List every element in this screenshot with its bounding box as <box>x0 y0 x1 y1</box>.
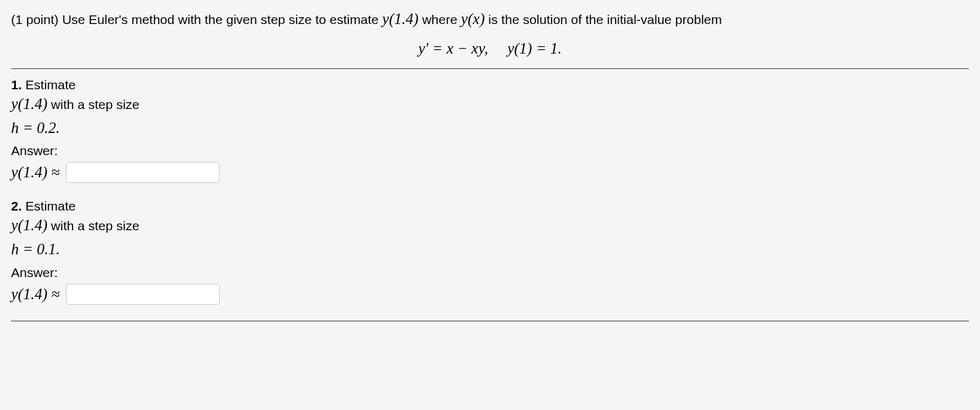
part-2-target: y(1.4) <box>11 217 47 233</box>
initial-condition: y(1) = 1. <box>507 40 561 57</box>
part-2-answer-row: y(1.4) ≈ <box>11 284 969 305</box>
part-1-answer-label: Answer: <box>11 143 969 158</box>
part-2-answer-label: Answer: <box>11 265 969 280</box>
part-2: 2. Estimate y(1.4) with a step size h = … <box>11 199 969 305</box>
part-2-stepsize: h = 0.1. <box>11 238 969 262</box>
part-1-answer-input[interactable] <box>66 162 220 183</box>
divider-top <box>11 68 969 69</box>
divider-bottom <box>11 321 969 321</box>
part-2-targetline: y(1.4) with a step size <box>11 214 969 238</box>
part-1-header: 1. Estimate <box>11 78 969 92</box>
intro-text-a: Use Euler's method with the given step s… <box>58 12 382 26</box>
part-1-number: 1. <box>11 78 22 92</box>
problem-container: (1 point) Use Euler's method with the gi… <box>0 0 980 342</box>
part-2-with: with a step size <box>47 219 139 233</box>
part-2-answer-expr: y(1.4) ≈ <box>11 286 60 303</box>
ode-expression: y′ = x − xy, <box>418 40 488 57</box>
part-1-targetline: y(1.4) with a step size <box>11 92 969 116</box>
problem-intro: (1 point) Use Euler's method with the gi… <box>11 7 969 31</box>
part-2-number: 2. <box>11 199 22 213</box>
part-1-answer-expr: y(1.4) ≈ <box>11 164 60 181</box>
part-2-answer-input[interactable] <box>66 284 220 305</box>
part-2-header: 2. Estimate <box>11 199 969 214</box>
part-1: 1. Estimate y(1.4) with a step size h = … <box>11 78 969 183</box>
equation-line: y′ = x − xy, y(1) = 1. <box>11 40 969 57</box>
part-1-label: Estimate <box>25 78 76 92</box>
points-text: (1 point) <box>11 12 58 26</box>
intro-y-of-x: y(x) <box>461 10 485 27</box>
part-1-answer-row: y(1.4) ≈ <box>11 162 969 183</box>
intro-y-target: y(1.4) <box>382 10 419 27</box>
part-1-stepsize: h = 0.2. <box>11 116 969 140</box>
intro-text-b: where <box>419 12 461 26</box>
part-2-label: Estimate <box>25 199 76 213</box>
part-1-with: with a step size <box>47 97 139 111</box>
intro-text-c: is the solution of the initial-value pro… <box>485 12 722 26</box>
part-1-target: y(1.4) <box>11 95 47 112</box>
